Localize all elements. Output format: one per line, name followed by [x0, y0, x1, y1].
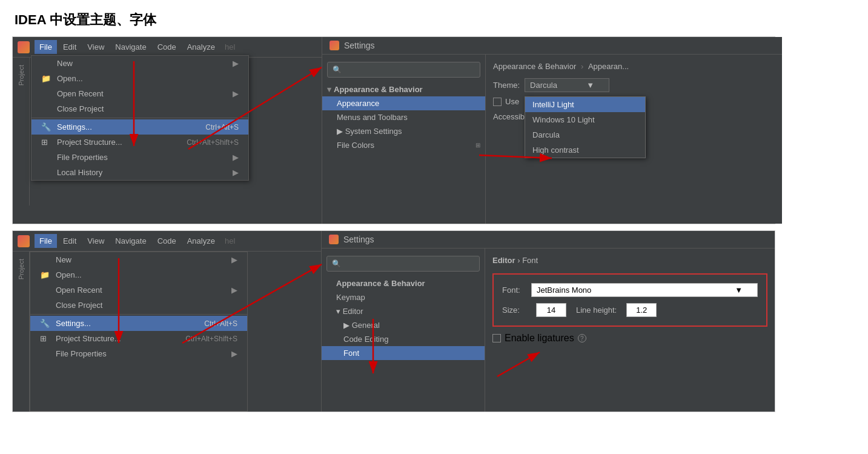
- dropdown-new-top[interactable]: New ▶: [31, 56, 248, 71]
- new-arrow-top: ▶: [233, 59, 239, 68]
- line-height-label: Line height:: [576, 305, 617, 315]
- editor-filename-top: hel: [225, 42, 235, 52]
- dropdown-fileprops-bottom[interactable]: File Properties ▶: [30, 346, 247, 361]
- nav-codeediting-bottom[interactable]: Code Editing: [322, 332, 485, 346]
- settings-logo-icon-bottom: [329, 235, 339, 244]
- nav-ab-label: Appearance & Behavior: [336, 279, 425, 288]
- toolbar-menu-bottom: File Edit View Navigate Code Analyze: [35, 234, 220, 248]
- menu-analyze-top[interactable]: Analyze: [182, 40, 220, 54]
- menu-code-top[interactable]: Code: [153, 40, 181, 54]
- bottom-settings-area: Settings 🔍 Appearance & Behavior Keymap: [322, 231, 775, 412]
- font-dropdown-arrow: ▼: [735, 285, 743, 295]
- search-icon-bottom: 🔍: [332, 259, 341, 268]
- top-screenshot-row: File Edit View Navigate Code Analyze hel…: [12, 36, 856, 224]
- theme-dropdown-popup-top: IntelliJ Light Windows 10 Light Darcula …: [525, 96, 646, 158]
- theme-option-win10-top[interactable]: Windows 10 Light: [525, 112, 645, 127]
- dropdown-projectstructure-top[interactable]: ⊞Project Structure... Ctrl+Alt+Shift+S: [31, 135, 248, 150]
- separator1-bottom: [30, 314, 247, 315]
- menu-file-bottom[interactable]: File: [35, 234, 57, 248]
- editor-caret-icon-bottom: ▾: [336, 307, 343, 316]
- nav-appearance-top[interactable]: Appearance: [322, 96, 485, 110]
- dropdown-openrecent-bottom[interactable]: Open Recent ▶: [30, 282, 247, 298]
- nav-system-top[interactable]: ▶ System Settings: [322, 124, 485, 138]
- theme-option-highcontrast-top[interactable]: High contrast: [525, 142, 645, 158]
- menu-navigate-top[interactable]: Navigate: [110, 40, 151, 54]
- settings-shortcut-top: Ctrl+Alt+S: [205, 123, 239, 132]
- theme-value-top: Darcula: [530, 81, 557, 90]
- nav-general-bottom[interactable]: ▶ General: [322, 318, 485, 332]
- nav-filecolors-top[interactable]: File Colors ⊞: [322, 138, 485, 152]
- settings-logo-icon-top: [330, 41, 339, 50]
- menu-edit-top[interactable]: Edit: [58, 40, 81, 54]
- wrench-icon-top: 🔧: [41, 122, 53, 132]
- size-input[interactable]: 14: [536, 303, 566, 317]
- search-icon-top: 🔍: [333, 65, 342, 74]
- ligatures-help-icon[interactable]: ?: [578, 334, 586, 342]
- dropdown-open-bottom[interactable]: 📁Open...: [30, 267, 247, 282]
- bottom-screenshot-row: File Edit View Navigate Code Analyze hel…: [12, 230, 856, 412]
- editor-filename-bottom: hel: [225, 236, 235, 245]
- ligatures-label: Enable ligatures: [505, 333, 574, 344]
- settings-search-bottom[interactable]: 🔍: [326, 256, 480, 272]
- nav-group-label-top: Appearance & Behavior: [334, 85, 423, 94]
- menu-view-top[interactable]: View: [82, 40, 109, 54]
- use-checkbox-top[interactable]: [493, 98, 502, 106]
- settings-search-top[interactable]: 🔍: [327, 62, 480, 78]
- bottom-ide-area: File Edit View Navigate Code Analyze hel…: [13, 231, 322, 412]
- dropdown-new-bottom[interactable]: New ▶: [30, 252, 247, 267]
- line-height-input[interactable]: 1.2: [626, 303, 657, 317]
- nav-font-bottom[interactable]: Font: [322, 346, 485, 360]
- ide-sidebar-bottom: Project: [13, 252, 30, 412]
- sidebar-project-tab-bottom[interactable]: Project: [15, 254, 27, 284]
- new-arrow-bottom: ▶: [231, 255, 237, 264]
- ligatures-checkbox[interactable]: [492, 334, 501, 342]
- font-select[interactable]: JetBrains Mono ▼: [531, 283, 758, 297]
- ide-toolbar-bottom: File Edit View Navigate Code Analyze hel: [13, 231, 321, 252]
- font-value: JetBrains Mono: [537, 285, 591, 295]
- dropdown-localhistory-top[interactable]: Local History ▶: [31, 165, 248, 180]
- font-breadcrumb-part2: Font: [522, 256, 538, 265]
- filecolors-icon-top: ⊞: [475, 142, 480, 149]
- font-settings-panel: Font: JetBrains Mono ▼ Size: 14 Line: [492, 273, 767, 327]
- ide-logo-top: [18, 41, 30, 53]
- menu-navigate-bottom[interactable]: Navigate: [110, 234, 151, 248]
- font-breadcrumb-sep: ›: [517, 256, 522, 265]
- settings-breadcrumb-top: Appearance & Behavior › Appearan...: [493, 62, 775, 71]
- dropdown-closeproject-bottom[interactable]: Close Project: [30, 298, 247, 313]
- nav-editor-bottom[interactable]: ▾ Editor: [322, 304, 485, 318]
- menu-edit-bottom[interactable]: Edit: [58, 234, 81, 248]
- ligatures-row: Enable ligatures ?: [492, 333, 767, 344]
- nav-menus-top[interactable]: Menus and Toolbars: [322, 110, 485, 124]
- dropdown-openrecent-top[interactable]: Open Recent ▶: [31, 86, 248, 101]
- theme-option-darcula-top[interactable]: Darcula: [525, 127, 645, 142]
- ide-body-top: Project New ▶ 📁Open... Open Recent ▶: [13, 58, 775, 205]
- menu-analyze-bottom[interactable]: Analyze: [182, 234, 220, 248]
- sidebar-project-tab-top[interactable]: Project: [15, 60, 27, 90]
- openrecent-arrow-top: ▶: [233, 89, 239, 98]
- projectstructure-shortcut-bottom: Ctrl+Alt+Shift+S: [185, 335, 237, 343]
- theme-select-top[interactable]: Darcula ▼: [525, 78, 609, 92]
- dropdown-settings-top[interactable]: 🔧Settings... Ctrl+Alt+S: [31, 119, 248, 135]
- theme-label-top: Theme:: [493, 81, 520, 90]
- separator1-top: [31, 118, 248, 118]
- settings-title-top: Settings: [344, 41, 375, 50]
- page-title: IDEA 中设置主题、字体: [0, 0, 868, 36]
- caret-icon-top: ▾: [327, 85, 331, 94]
- dropdown-settings-bottom[interactable]: 🔧Settings... Ctrl+Alt+S: [30, 316, 247, 331]
- font-label: Font:: [502, 285, 526, 295]
- nav-keymap-bottom[interactable]: Keymap: [322, 290, 485, 304]
- folder-icon-bottom: 📁: [40, 270, 52, 279]
- dropdown-fileprops-top[interactable]: File Properties ▶: [31, 150, 248, 165]
- folder-icon-top: 📁: [41, 74, 53, 83]
- dropdown-open-top[interactable]: 📁Open...: [31, 71, 248, 86]
- settings-titlebar-top: Settings: [322, 37, 782, 55]
- menu-view-bottom[interactable]: View: [82, 234, 109, 248]
- nav-appearance-behavior-bottom[interactable]: Appearance & Behavior: [322, 276, 485, 290]
- menu-file-top[interactable]: File: [35, 40, 57, 54]
- dropdown-closeproject-top[interactable]: Close Project: [31, 101, 248, 116]
- nav-group-appearance-top[interactable]: ▾ Appearance & Behavior: [322, 82, 485, 96]
- fileprops-arrow-bottom: ▶: [231, 349, 237, 358]
- theme-option-intellij-top[interactable]: IntelliJ Light: [525, 97, 645, 112]
- menu-code-bottom[interactable]: Code: [153, 234, 181, 248]
- dropdown-projectstructure-bottom[interactable]: ⊞Project Structure... Ctrl+Alt+Shift+S: [30, 331, 247, 346]
